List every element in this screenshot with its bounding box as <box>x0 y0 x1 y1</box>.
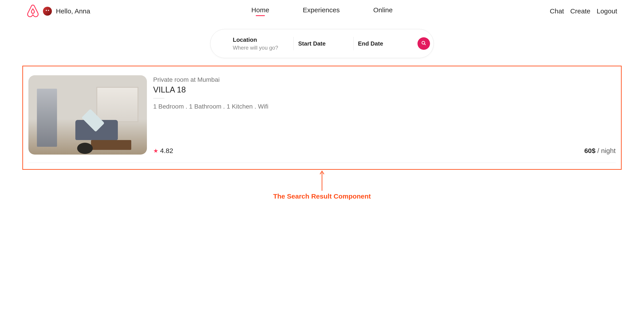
star-icon: ★ <box>153 147 158 154</box>
search-icon <box>421 41 426 46</box>
location-label: Location <box>233 36 289 43</box>
annotation: The Search Result Component <box>0 170 644 200</box>
header: Hello, Anna Home Experiences Online Chat… <box>0 0 644 18</box>
listing-thumbnail <box>28 75 147 155</box>
enddate-label: End Date <box>358 40 408 47</box>
location-placeholder: Where will you go? <box>233 45 289 51</box>
nav-home[interactable]: Home <box>251 6 269 16</box>
listing-rating: ★ 4.82 <box>153 147 173 155</box>
search-result-component: Private room at Mumbai VILLA 18 1 Bedroo… <box>22 66 622 170</box>
search-startdate-segment[interactable]: Start Date <box>294 37 353 50</box>
greeting-text: Hello, Anna <box>56 7 90 15</box>
price-amount: 60$ <box>584 147 596 154</box>
arrow-icon <box>319 170 325 191</box>
rating-value: 4.82 <box>160 147 173 155</box>
nav-create[interactable]: Create <box>570 7 590 15</box>
listing-subtype: Private room at Mumbai <box>153 76 616 83</box>
search-location-segment[interactable]: Location Where will you go? <box>228 36 294 51</box>
listing-price: 60$ / night <box>584 147 616 155</box>
nav-logout[interactable]: Logout <box>596 7 617 15</box>
searchbar-wrap: Location Where will you go? Start Date E… <box>0 29 644 58</box>
nav-center: Home Experiences Online <box>251 6 393 16</box>
header-left: Hello, Anna <box>27 4 90 18</box>
nav-experiences[interactable]: Experiences <box>303 6 340 16</box>
search-enddate-segment[interactable]: End Date <box>353 37 413 50</box>
divider <box>153 98 164 98</box>
airbnb-logo-icon[interactable] <box>27 4 39 18</box>
user-avatar[interactable] <box>43 7 52 16</box>
price-unit: / night <box>596 147 616 154</box>
searchbar: Location Where will you go? Start Date E… <box>210 29 434 58</box>
nav-chat[interactable]: Chat <box>550 7 564 15</box>
annotation-label: The Search Result Component <box>273 193 371 200</box>
listing-card[interactable]: Private room at Mumbai VILLA 18 1 Bedroo… <box>28 75 616 163</box>
nav-online[interactable]: Online <box>373 6 393 16</box>
listing-body: Private room at Mumbai VILLA 18 1 Bedroo… <box>153 75 616 155</box>
header-right: Chat Create Logout <box>550 7 617 15</box>
listing-title: VILLA 18 <box>153 85 616 94</box>
svg-point-0 <box>422 41 425 44</box>
listing-bottom-row: ★ 4.82 60$ / night <box>153 147 616 155</box>
search-button[interactable] <box>418 37 430 50</box>
startdate-label: Start Date <box>298 40 348 47</box>
listing-amenities: 1 Bedroom . 1 Bathroom . 1 Kitchen . Wif… <box>153 103 616 110</box>
svg-line-1 <box>424 44 426 45</box>
